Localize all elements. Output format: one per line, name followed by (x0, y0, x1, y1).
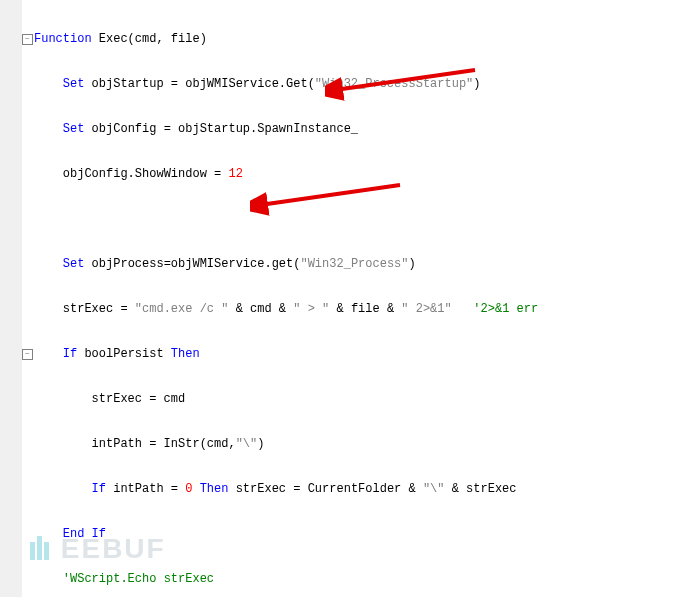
code-line: objConfig.ShowWindow = 12 (34, 167, 690, 182)
code-line: Set objConfig = objStartup.SpawnInstance… (34, 122, 690, 137)
code-line: Set objProcess=objWMIService.get("Win32_… (34, 257, 690, 272)
code-line (34, 212, 690, 227)
code-line: Set objStartup = objWMIService.Get("Win3… (34, 77, 690, 92)
fold-toggle-icon[interactable]: − (22, 34, 33, 45)
code-line: If intPath = 0 Then strExec = CurrentFol… (34, 482, 690, 497)
code-line: intPath = InStr(cmd,"\") (34, 437, 690, 452)
fold-column (22, 0, 34, 597)
code-line: strExec = "cmd.exe /c " & cmd & " > " & … (34, 302, 690, 317)
code-area: −Function Exec(cmd, file) Set objStartup… (34, 2, 690, 597)
watermark-bars-icon (30, 535, 51, 567)
watermark: EEBUF (30, 533, 166, 567)
code-line: −Function Exec(cmd, file) (34, 32, 690, 47)
watermark-text: EEBUF (61, 533, 166, 564)
code-line: strExec = cmd (34, 392, 690, 407)
code-line: − If boolPersist Then (34, 347, 690, 362)
fold-toggle-icon[interactable]: − (22, 349, 33, 360)
code-line: 'WScript.Echo strExec (34, 572, 690, 587)
line-gutter (0, 0, 23, 597)
editor-viewport: −Function Exec(cmd, file) Set objStartup… (0, 0, 690, 597)
